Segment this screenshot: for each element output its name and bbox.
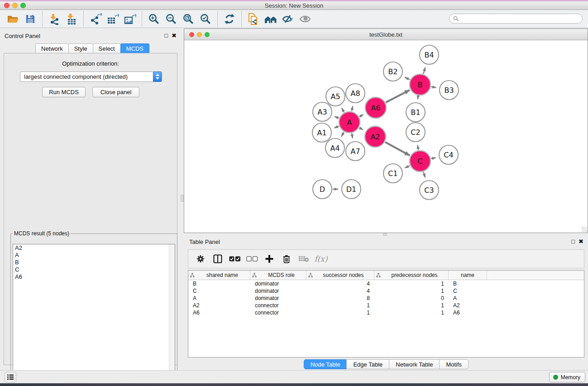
edge-C-C1[interactable]: [405, 166, 410, 168]
table-cell[interactable]: A6: [188, 309, 250, 316]
table-cell[interactable]: B: [449, 280, 487, 287]
table-cell[interactable]: 8: [306, 295, 374, 302]
graph-node-C3[interactable]: C3: [420, 181, 439, 200]
column-header-name[interactable]: name: [449, 271, 487, 280]
graph-node-A2[interactable]: A2: [365, 126, 386, 147]
memory-button[interactable]: Memory: [549, 372, 585, 382]
close-panel-icon[interactable]: ✖: [172, 32, 177, 39]
zoom-selected-button[interactable]: [198, 11, 213, 27]
graph-node-B1[interactable]: B1: [406, 103, 425, 122]
delete-table-button[interactable]: [297, 252, 311, 266]
edge-A-A2[interactable]: [359, 128, 363, 130]
graph-node-D[interactable]: D: [313, 180, 332, 199]
tab-style[interactable]: Style: [68, 43, 93, 53]
table-cell[interactable]: C: [188, 287, 250, 295]
graph-node-A7[interactable]: A7: [346, 142, 365, 161]
tab-edge-table[interactable]: Edge Table: [346, 359, 389, 369]
split-view-button[interactable]: [211, 252, 225, 266]
tab-network[interactable]: Network: [35, 43, 69, 53]
import-table-button[interactable]: [64, 11, 79, 27]
tab-motifs[interactable]: Motifs: [439, 359, 468, 369]
edge-C-C2[interactable]: [417, 145, 418, 150]
table-cell[interactable]: A2: [449, 302, 487, 309]
show-graphics-button[interactable]: [297, 11, 313, 27]
table-cell[interactable]: 4: [306, 287, 374, 295]
table-cell[interactable]: B: [188, 280, 250, 287]
task-history-button[interactable]: [5, 372, 16, 382]
table-cell[interactable]: dominator: [250, 287, 306, 295]
graph-node-D1[interactable]: D1: [342, 180, 361, 199]
import-network-button[interactable]: [47, 11, 62, 27]
tab-network-table[interactable]: Network Table: [389, 359, 440, 369]
edge-B-B4[interactable]: [423, 67, 425, 74]
table-cell[interactable]: connector: [250, 302, 306, 309]
table-row[interactable]: Cdominator41C: [188, 287, 584, 295]
graph-node-C4[interactable]: C4: [439, 145, 458, 164]
graph-node-B4[interactable]: B4: [420, 45, 439, 64]
mcds-result-item[interactable]: A2: [13, 244, 175, 252]
graph-node-A8[interactable]: A8: [346, 84, 365, 103]
edge-B-B3[interactable]: [431, 87, 436, 88]
add-column-button[interactable]: [263, 252, 276, 266]
network-window-titlebar[interactable]: testGlobe.txt: [184, 29, 588, 40]
mcds-result-item[interactable]: A: [13, 252, 175, 259]
column-header-MCDS-role[interactable]: MCDS role: [250, 271, 306, 280]
refresh-button[interactable]: [222, 11, 237, 27]
select-all-button[interactable]: [228, 252, 242, 266]
table-cell[interactable]: dominator: [250, 280, 306, 287]
table-cell[interactable]: A6: [449, 309, 487, 316]
zoom-fit-button[interactable]: [181, 11, 196, 27]
delete-column-button[interactable]: [280, 252, 293, 266]
split-divider-handle[interactable]: [181, 195, 184, 202]
mcds-result-item[interactable]: A6: [13, 273, 175, 281]
run-mcds-button[interactable]: Run MCDS: [42, 87, 86, 97]
network-canvas[interactable]: AA2A6BCA1A3A4A5A7A8B1B2B3B4C1C2C3C4DD1: [184, 40, 588, 233]
zoom-out-button[interactable]: [163, 11, 179, 27]
edge-A-A7[interactable]: [352, 133, 353, 138]
tab-node-table[interactable]: Node Table: [304, 359, 347, 369]
search-input[interactable]: [461, 14, 582, 23]
table-cell[interactable]: 1: [374, 302, 449, 309]
graph-node-B[interactable]: B: [410, 74, 430, 95]
graph-node-B3[interactable]: B3: [440, 81, 459, 100]
table-cell[interactable]: connector: [250, 309, 306, 316]
edge-A-A4[interactable]: [341, 132, 344, 137]
table-cell[interactable]: A: [188, 295, 250, 302]
column-header-predecessor-nodes[interactable]: predecessor nodes: [374, 271, 449, 280]
tab-select[interactable]: Select: [93, 43, 121, 53]
table-cell[interactable]: A: [449, 295, 487, 302]
edge-A2-C[interactable]: [385, 142, 410, 156]
graph-node-A1[interactable]: A1: [312, 123, 331, 142]
table-cell[interactable]: 4: [306, 280, 374, 287]
graph-node-A6[interactable]: A6: [365, 97, 386, 118]
close-panel-icon[interactable]: ✖: [578, 238, 583, 245]
function-builder-button[interactable]: f(x): [314, 252, 328, 266]
table-row[interactable]: Adominator80A: [188, 295, 584, 302]
mcds-result-item[interactable]: B: [13, 259, 175, 266]
export-table-button[interactable]: [105, 11, 120, 27]
export-network-button[interactable]: [88, 11, 103, 27]
float-panel-icon[interactable]: □: [571, 238, 575, 245]
edge-A-A6[interactable]: [359, 114, 363, 117]
float-panel-icon[interactable]: □: [164, 32, 168, 39]
table-row[interactable]: Bdominator41B: [188, 280, 584, 287]
column-header-successor-nodes[interactable]: successor nodes: [306, 271, 374, 280]
save-session-button[interactable]: [23, 11, 38, 27]
table-row[interactable]: A6connector11A6: [188, 309, 584, 316]
table-cell[interactable]: dominator: [250, 295, 306, 302]
graph-node-A5[interactable]: A5: [326, 87, 345, 106]
graph-node-C2[interactable]: C2: [406, 123, 425, 142]
table-cell[interactable]: A2: [188, 302, 250, 309]
window-resize-grip[interactable]: [582, 227, 587, 232]
table-cell[interactable]: C: [449, 287, 487, 295]
edge-B-B2[interactable]: [405, 77, 410, 80]
edge-B-B1[interactable]: [418, 96, 418, 100]
graph-node-C1[interactable]: C1: [383, 164, 402, 183]
hide-graphics-button[interactable]: [280, 11, 296, 27]
table-row[interactable]: A2connector11A2: [188, 302, 584, 309]
zoom-in-button[interactable]: [146, 11, 162, 27]
tab-mcds[interactable]: MCDS: [120, 43, 149, 53]
mcds-result-item[interactable]: C: [13, 266, 175, 273]
table-cell[interactable]: 1: [374, 287, 449, 295]
graph-node-A[interactable]: A: [339, 112, 360, 133]
